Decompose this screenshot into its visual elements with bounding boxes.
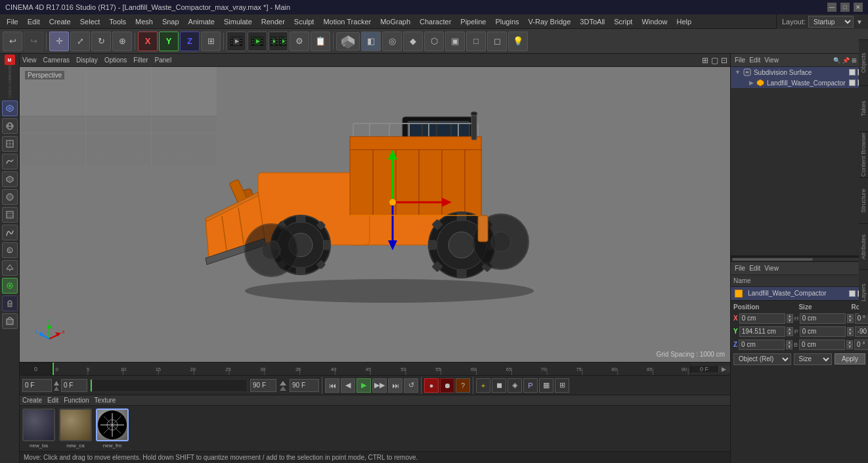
display-mode4[interactable]: □ bbox=[466, 32, 486, 51]
viewport-menu-cameras[interactable]: Cameras bbox=[43, 56, 70, 64]
coord-size-type-select[interactable]: Size Scale bbox=[794, 353, 832, 365]
viewport-icon2[interactable]: ▢ bbox=[711, 56, 718, 65]
mode-texture[interactable] bbox=[2, 118, 18, 134]
obj-menu-edit[interactable]: Edit bbox=[749, 56, 760, 64]
coord-x-size-up[interactable]: ▲ bbox=[847, 314, 854, 319]
loop-end-input[interactable] bbox=[290, 379, 319, 392]
mode-unknown1[interactable] bbox=[2, 260, 18, 276]
mat-menu-edit[interactable]: Edit bbox=[47, 397, 58, 404]
go-to-end-button[interactable]: ⏭ bbox=[388, 378, 402, 393]
menu-character[interactable]: Character bbox=[416, 16, 455, 27]
mat-menu-create[interactable]: Create bbox=[22, 397, 42, 404]
play-button[interactable]: ▶ bbox=[357, 378, 371, 393]
coord-y-size-arrows[interactable]: ▲▼ bbox=[847, 327, 854, 336]
object-tree-item-subdivision[interactable]: ▼ Subdivision Surface bbox=[731, 67, 868, 77]
layout-select[interactable]: Startup Standard bbox=[808, 16, 854, 28]
front-view-button[interactable]: ◧ bbox=[361, 32, 381, 51]
record-all-button[interactable]: ⏺ bbox=[440, 378, 454, 393]
menu-create[interactable]: Create bbox=[45, 16, 75, 27]
obj-pin-icon[interactable]: 📌 bbox=[842, 57, 850, 64]
coord-x-pos[interactable] bbox=[739, 313, 785, 324]
mode-spline[interactable] bbox=[2, 225, 18, 240]
menu-tools[interactable]: Tools bbox=[105, 16, 130, 27]
mode-scene[interactable] bbox=[2, 278, 18, 294]
move-tool[interactable]: ✛ bbox=[49, 32, 69, 51]
menu-edit[interactable]: Edit bbox=[24, 16, 44, 27]
viewport-menu-view[interactable]: View bbox=[22, 56, 37, 64]
mode-sculpt[interactable] bbox=[2, 154, 18, 169]
tab-objects[interactable]: Objects bbox=[859, 39, 868, 85]
end-frame-arrow[interactable] bbox=[278, 380, 288, 391]
display-mode2[interactable]: ⬡ bbox=[424, 32, 444, 51]
attr-object-row[interactable]: Landfill_Waste_Compactor bbox=[731, 287, 868, 300]
attr-vis-dot[interactable] bbox=[849, 290, 856, 297]
coord-z-size[interactable] bbox=[799, 340, 845, 350]
tab-takes[interactable]: Takes bbox=[859, 85, 868, 131]
coord-x-size[interactable] bbox=[800, 313, 846, 324]
coord-y-size[interactable] bbox=[800, 326, 846, 337]
keyframe-mode4[interactable]: ▦ bbox=[539, 378, 553, 393]
coord-z-pos[interactable] bbox=[739, 340, 785, 350]
menu-select[interactable]: Select bbox=[76, 16, 104, 27]
compactor-visibility-dot[interactable] bbox=[849, 79, 856, 86]
render-region-button[interactable] bbox=[227, 32, 246, 51]
coord-y-size-down[interactable]: ▼ bbox=[847, 332, 854, 336]
display-mode5[interactable]: ◻ bbox=[487, 32, 507, 51]
redo-button[interactable]: ↪ bbox=[24, 32, 43, 51]
start-frame-input[interactable] bbox=[61, 379, 87, 392]
render-queue-button[interactable]: 📋 bbox=[311, 32, 330, 51]
coord-y-pos-arrows[interactable]: ▲▼ bbox=[787, 327, 793, 336]
viewport-maximize-icon[interactable]: ⊞ bbox=[702, 56, 708, 65]
swatch-preview-2[interactable] bbox=[59, 408, 92, 441]
coord-z-size-up[interactable]: ▲ bbox=[846, 340, 853, 345]
mode-box[interactable] bbox=[2, 171, 18, 187]
render-settings-button[interactable]: ⚙ bbox=[290, 32, 309, 51]
timeline-scroll-right[interactable]: ▶ bbox=[722, 366, 726, 372]
subdivision-visibility-dot[interactable] bbox=[849, 69, 856, 76]
coord-z-up[interactable]: ▲ bbox=[786, 340, 792, 345]
mode-sphere[interactable] bbox=[2, 189, 18, 205]
close-button[interactable]: ✕ bbox=[854, 3, 863, 12]
scale-tool[interactable]: ⤢ bbox=[70, 32, 90, 51]
coord-x-size-down[interactable]: ▼ bbox=[847, 319, 854, 323]
keyframe-mode1[interactable]: ◼ bbox=[492, 378, 506, 393]
menu-help[interactable]: Help bbox=[673, 16, 696, 27]
add-keyframe-button[interactable]: + bbox=[476, 378, 490, 393]
minimize-button[interactable]: — bbox=[827, 3, 836, 12]
attr-menu-view[interactable]: View bbox=[764, 265, 779, 272]
coord-z-rot[interactable] bbox=[854, 340, 868, 350]
material-swatch-2[interactable]: new_ca bbox=[59, 408, 92, 449]
end-frame-input[interactable] bbox=[250, 379, 276, 392]
coord-x-pos-arrows[interactable]: ▲▼ bbox=[787, 314, 793, 323]
attr-menu-edit[interactable]: Edit bbox=[749, 265, 760, 272]
coord-x-down[interactable]: ▼ bbox=[787, 319, 793, 323]
tree-expand-icon-2[interactable]: ▶ bbox=[741, 79, 754, 86]
frame-spinup[interactable] bbox=[53, 379, 60, 392]
mode-objects[interactable] bbox=[2, 100, 18, 116]
z-axis-button[interactable]: Z bbox=[180, 32, 200, 51]
display-mode3[interactable]: ▣ bbox=[445, 32, 465, 51]
apply-button[interactable]: Apply bbox=[835, 353, 865, 364]
attr-menu-file[interactable]: File bbox=[735, 265, 745, 272]
menu-snap[interactable]: Snap bbox=[158, 16, 183, 27]
window-controls[interactable]: — □ ✕ bbox=[827, 3, 863, 12]
display-mode1[interactable]: ◆ bbox=[403, 32, 423, 51]
menu-mograph[interactable]: MoGraph bbox=[376, 16, 414, 27]
menu-animate[interactable]: Animate bbox=[184, 16, 219, 27]
mat-menu-texture[interactable]: Texture bbox=[95, 397, 116, 404]
viewport-icon3[interactable]: ⊡ bbox=[721, 56, 727, 65]
coord-y-pos[interactable] bbox=[739, 326, 785, 337]
menu-script[interactable]: Script bbox=[610, 16, 636, 27]
mode-uv[interactable] bbox=[2, 136, 18, 152]
material-swatch-3[interactable]: new_fro bbox=[96, 408, 129, 449]
material-button[interactable]: ◎ bbox=[382, 32, 402, 51]
coord-x-size-arrows[interactable]: ▲▼ bbox=[847, 314, 854, 323]
coord-z-size-down[interactable]: ▼ bbox=[846, 345, 853, 349]
menu-simulate[interactable]: Simulate bbox=[220, 16, 256, 27]
swatch-preview-1[interactable] bbox=[22, 408, 55, 441]
record-button[interactable]: ● bbox=[424, 378, 439, 393]
x-axis-button[interactable]: X bbox=[138, 32, 158, 51]
tab-content-browser[interactable]: Content Browser bbox=[859, 131, 868, 177]
auto-key-button[interactable]: ? bbox=[456, 378, 470, 393]
panel-scrollbar[interactable] bbox=[731, 257, 868, 262]
